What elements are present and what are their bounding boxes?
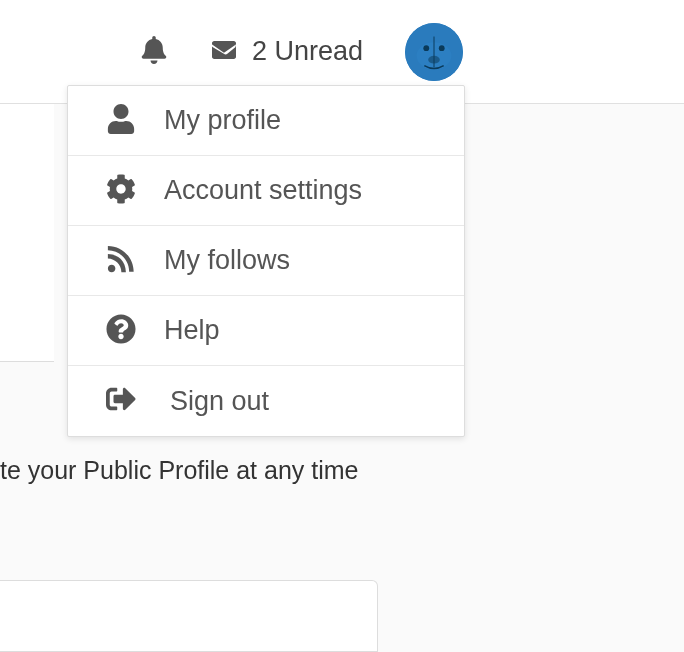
dropdown-item-help[interactable]: Help — [68, 296, 464, 366]
dropdown-label: My follows — [164, 245, 290, 276]
help-icon — [106, 314, 136, 348]
bell-icon[interactable] — [140, 36, 168, 68]
avatar[interactable] — [405, 23, 463, 81]
left-white-strip — [0, 104, 54, 362]
user-icon — [106, 104, 136, 138]
partial-panel — [0, 580, 378, 652]
dropdown-item-profile[interactable]: My profile — [68, 86, 464, 156]
unread-count-label: 2 Unread — [252, 36, 363, 67]
dropdown-label: Sign out — [170, 386, 269, 417]
mail-icon — [208, 38, 240, 66]
svg-point-3 — [439, 45, 445, 51]
dropdown-label: My profile — [164, 105, 281, 136]
rss-icon — [106, 244, 136, 278]
dropdown-item-signout[interactable]: Sign out — [68, 366, 464, 436]
dropdown-label: Account settings — [164, 175, 362, 206]
dropdown-item-follows[interactable]: My follows — [68, 226, 464, 296]
dropdown-label: Help — [164, 315, 220, 346]
svg-point-2 — [423, 45, 429, 51]
user-dropdown: My profile Account settings My follows H… — [67, 85, 465, 437]
mail-unread-group[interactable]: 2 Unread — [208, 36, 363, 67]
sign-out-icon — [106, 384, 136, 418]
gear-icon — [106, 174, 136, 208]
page-hint-text: te your Public Profile at any time — [0, 456, 359, 485]
dropdown-item-settings[interactable]: Account settings — [68, 156, 464, 226]
